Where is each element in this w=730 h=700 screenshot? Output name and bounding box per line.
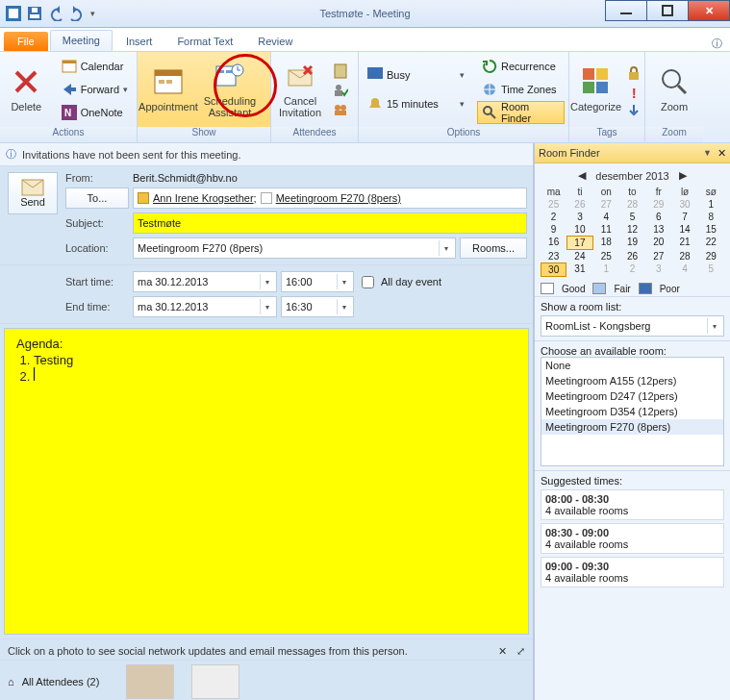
room-list-item[interactable]: Meetingroom A155 (12pers)	[541, 373, 723, 388]
response-options-icon[interactable]	[333, 102, 348, 117]
scheduling-assistant-button[interactable]: Scheduling Assistant	[199, 52, 261, 127]
calendar-day[interactable]: 3	[566, 211, 592, 223]
calendar-day[interactable]: 11	[593, 223, 619, 236]
appointment-button[interactable]: Appointment	[138, 52, 199, 127]
to-field[interactable]: Ann Irene Krogsether; Meetingroom F270 (…	[133, 188, 527, 209]
calendar-day[interactable]: 14	[671, 223, 697, 236]
show-as-dropdown[interactable]: Busy▾	[363, 63, 469, 87]
next-month-icon[interactable]: ▶	[679, 169, 687, 182]
calendar-day[interactable]: 6	[645, 211, 671, 223]
reminder-dropdown[interactable]: 15 minutes▾	[363, 92, 469, 115]
chevron-down-icon[interactable]: ▾	[260, 274, 274, 289]
calendar-day[interactable]: 17	[566, 236, 592, 250]
calendar-day[interactable]: 1	[698, 198, 724, 211]
minimize-button[interactable]	[605, 0, 647, 21]
available-rooms-list[interactable]: NoneMeetingroom A155 (12pers)Meetingroom…	[541, 357, 724, 466]
calendar-day[interactable]: 21	[671, 236, 697, 250]
room-finder-button[interactable]: Room Finder	[477, 101, 565, 124]
calendar-day[interactable]: 28	[671, 250, 697, 262]
calendar-day[interactable]: 4	[671, 262, 697, 277]
start-date-field[interactable]: ma 30.12.2013▾	[133, 271, 277, 292]
calendar-day[interactable]: 29	[698, 250, 724, 262]
calendar-day[interactable]: 23	[541, 250, 566, 262]
calendar-day[interactable]: 22	[698, 236, 724, 250]
calendar-day[interactable]: 2	[619, 262, 645, 277]
calendar-day[interactable]: 20	[645, 236, 671, 250]
to-recipient-2[interactable]: Meetingroom F270 (8pers)	[276, 192, 401, 204]
calendar-day[interactable]: 10	[566, 223, 592, 236]
calendar-day[interactable]: 27	[645, 250, 671, 262]
calendar-day[interactable]: 30	[541, 262, 566, 277]
room-list-item[interactable]: Meetingroom F270 (8pers)	[541, 419, 723, 435]
tab-format-text[interactable]: Format Text	[165, 32, 244, 51]
calendar-day[interactable]: 5	[698, 262, 724, 277]
room-list-item[interactable]: Meetingroom D354 (12pers)	[541, 404, 723, 419]
chevron-down-icon[interactable]: ▾	[260, 299, 274, 314]
calendar-day[interactable]: 26	[566, 198, 592, 211]
meeting-body[interactable]: Agenda: Testing	[4, 328, 529, 635]
calendar-button[interactable]: Calendar	[57, 55, 133, 78]
room-list-item[interactable]: Meetingroom D247 (12pers)	[541, 388, 723, 404]
chevron-down-icon[interactable]: ▼	[703, 148, 712, 158]
calendar-day[interactable]: 9	[541, 223, 566, 236]
room-list-item[interactable]: None	[541, 358, 723, 373]
start-time-field[interactable]: 16:00▾	[281, 271, 354, 292]
calendar-day[interactable]: 26	[619, 250, 645, 262]
calendar-day[interactable]: 25	[593, 250, 619, 262]
tab-insert[interactable]: Insert	[114, 32, 164, 51]
all-day-checkbox[interactable]: All day event	[358, 273, 527, 291]
end-time-field[interactable]: 16:30▾	[281, 296, 354, 317]
calendar-day[interactable]: 25	[541, 198, 566, 211]
qat-more-icon[interactable]: ▾	[90, 9, 95, 18]
calendar-day[interactable]: 18	[593, 236, 619, 250]
chevron-down-icon[interactable]: ▾	[337, 299, 351, 314]
address-book-icon[interactable]	[333, 63, 348, 79]
to-button[interactable]: To...	[65, 188, 129, 209]
expand-icon[interactable]: ⤢	[516, 645, 525, 658]
rooms-button[interactable]: Rooms...	[460, 238, 527, 259]
chevron-down-icon[interactable]: ▾	[337, 274, 351, 289]
calendar-day[interactable]: 19	[619, 236, 645, 250]
zoom-button[interactable]: Zoom	[645, 52, 703, 127]
categorize-button[interactable]: Categorize	[569, 52, 622, 127]
private-icon[interactable]	[626, 65, 642, 81]
calendar-day[interactable]: 27	[593, 198, 619, 211]
calendar-day[interactable]: 3	[645, 262, 671, 277]
high-importance-icon[interactable]: !	[626, 85, 642, 101]
undo-icon[interactable]	[48, 6, 63, 21]
onenote-button[interactable]: NOneNote	[57, 101, 133, 124]
close-button[interactable]: ✕	[688, 0, 730, 21]
maximize-button[interactable]	[646, 0, 689, 21]
redo-icon[interactable]	[69, 6, 85, 21]
to-recipient-1[interactable]: Ann Irene Krogsether	[153, 192, 254, 204]
calendar-day[interactable]: 8	[698, 211, 724, 223]
room-list-dropdown[interactable]: RoomList - Kongsberg▾	[541, 315, 724, 337]
cancel-invitation-button[interactable]: Cancel Invitation	[271, 52, 329, 127]
help-icon[interactable]: ⓘ	[712, 37, 722, 51]
tab-file[interactable]: File	[4, 32, 48, 51]
chevron-down-icon[interactable]: ▾	[707, 318, 721, 334]
calendar-day[interactable]: 30	[671, 198, 697, 211]
calendar-day[interactable]: 13	[645, 223, 671, 236]
check-names-icon[interactable]	[333, 83, 348, 98]
tab-review[interactable]: Review	[246, 32, 304, 51]
delete-button[interactable]: Delete	[0, 52, 53, 127]
calendar-day[interactable]: 5	[619, 211, 645, 223]
calendar-day[interactable]: 24	[566, 250, 592, 262]
calendar-day[interactable]: 15	[698, 223, 724, 236]
close-icon[interactable]: ✕	[717, 147, 726, 160]
calendar-day[interactable]: 7	[671, 211, 697, 223]
tab-meeting[interactable]: Meeting	[50, 30, 113, 51]
close-icon[interactable]: ✕	[498, 645, 507, 658]
calendar-day[interactable]: 2	[541, 211, 566, 223]
calendar-day[interactable]: 12	[619, 223, 645, 236]
end-date-field[interactable]: ma 30.12.2013▾	[133, 296, 277, 317]
calendar-day[interactable]: 31	[566, 262, 592, 277]
suggested-time-slot[interactable]: 08:30 - 09:004 available rooms	[541, 523, 724, 554]
calendar-day[interactable]: 16	[541, 236, 566, 250]
calendar-day[interactable]: 4	[593, 211, 619, 223]
calendar-day[interactable]: 29	[645, 198, 671, 211]
recurrence-button[interactable]: Recurrence	[477, 55, 565, 78]
chevron-down-icon[interactable]: ▾	[439, 240, 453, 256]
send-button[interactable]: Send	[8, 172, 58, 214]
